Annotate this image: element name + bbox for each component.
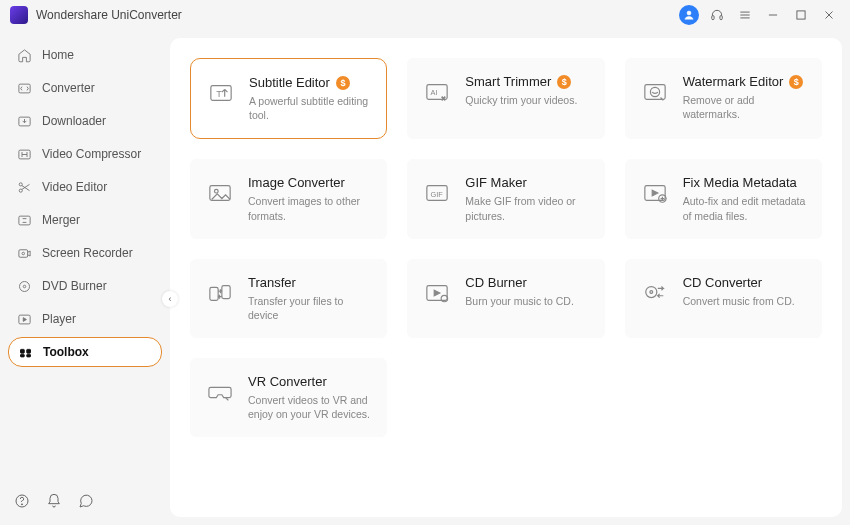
svg-point-14	[19, 189, 22, 192]
feedback-icon[interactable]	[78, 493, 94, 513]
card-title: Image Converter	[248, 175, 345, 190]
tool-card-subtitle-editor[interactable]: TSubtitle Editor$A powerful subtitle edi…	[190, 58, 387, 139]
tool-card-smart-trimmer[interactable]: AISmart Trimmer$Quicky trim your videos.	[407, 58, 604, 139]
tool-card-vr-converter[interactable]: VR ConverterConvert videos to VR and enj…	[190, 358, 387, 437]
transfer-icon	[204, 277, 236, 309]
content-area: TSubtitle Editor$A powerful subtitle edi…	[170, 38, 842, 517]
premium-badge: $	[789, 75, 803, 89]
svg-point-17	[22, 252, 25, 255]
sidebar-item-label: Converter	[42, 81, 95, 95]
card-title: CD Converter	[683, 275, 762, 290]
sidebar-item-video-editor[interactable]: Video Editor	[8, 172, 162, 202]
sidebar-item-player[interactable]: Player	[8, 304, 162, 334]
watermark-icon	[639, 76, 671, 108]
card-desc: Burn your music to CD.	[465, 294, 590, 308]
tool-card-watermark-editor[interactable]: Watermark Editor$Remove or add watermark…	[625, 58, 822, 139]
disc-icon	[16, 278, 32, 294]
play-icon	[16, 311, 32, 327]
sidebar-item-video-compressor[interactable]: Video Compressor	[8, 139, 162, 169]
sidebar-item-downloader[interactable]: Downloader	[8, 106, 162, 136]
card-title: VR Converter	[248, 374, 327, 389]
svg-text:AI: AI	[431, 88, 438, 97]
svg-rect-21	[20, 349, 24, 353]
svg-rect-15	[18, 216, 29, 225]
svg-point-18	[19, 281, 29, 291]
sidebar-item-home[interactable]: Home	[8, 40, 162, 70]
sidebar-item-dvd-burner[interactable]: DVD Burner	[8, 271, 162, 301]
svg-point-43	[645, 286, 656, 297]
tool-card-fix-media-metadata[interactable]: Fix Media MetadataAuto-fix and edit meta…	[625, 159, 822, 238]
svg-rect-2	[720, 16, 722, 20]
sidebar-item-label: Home	[42, 48, 74, 62]
svg-rect-1	[712, 16, 714, 20]
merge-icon	[16, 212, 32, 228]
svg-rect-39	[210, 287, 218, 300]
card-title: CD Burner	[465, 275, 526, 290]
account-avatar[interactable]	[678, 4, 700, 26]
premium-badge: $	[557, 75, 571, 89]
card-title: Fix Media Metadata	[683, 175, 797, 190]
sidebar-item-label: Video Editor	[42, 180, 107, 194]
vr-icon	[204, 376, 236, 408]
record-icon	[16, 245, 32, 261]
card-desc: Make GIF from video or pictures.	[465, 194, 590, 222]
svg-rect-40	[222, 285, 230, 298]
svg-rect-22	[26, 349, 30, 353]
maximize-button[interactable]	[790, 4, 812, 26]
subtitle-icon: T	[205, 77, 237, 109]
card-desc: Auto-fix and edit metadata of media file…	[683, 194, 808, 222]
menu-icon[interactable]	[734, 4, 756, 26]
close-button[interactable]	[818, 4, 840, 26]
sidebar-item-label: Toolbox	[43, 345, 89, 359]
sidebar-item-merger[interactable]: Merger	[8, 205, 162, 235]
gif-icon: GIF	[421, 177, 453, 209]
svg-point-13	[19, 182, 22, 185]
sidebar-item-screen-recorder[interactable]: Screen Recorder	[8, 238, 162, 268]
tool-card-image-converter[interactable]: Image ConverterConvert images to other f…	[190, 159, 387, 238]
collapse-sidebar-button[interactable]: ‹	[162, 291, 178, 307]
card-desc: Convert music from CD.	[683, 294, 808, 308]
image-icon	[204, 177, 236, 209]
minimize-button[interactable]	[762, 4, 784, 26]
card-desc: A powerful subtitle editing tool.	[249, 94, 372, 122]
svg-point-44	[650, 290, 653, 293]
notification-icon[interactable]	[46, 493, 62, 513]
sidebar-item-label: Player	[42, 312, 76, 326]
sidebar-item-label: Downloader	[42, 114, 106, 128]
compress-icon	[16, 146, 32, 162]
card-desc: Convert videos to VR and enjoy on your V…	[248, 393, 373, 421]
svg-point-26	[21, 504, 22, 505]
premium-badge: $	[336, 76, 350, 90]
toolbox-icon	[17, 344, 33, 360]
app-logo	[10, 6, 28, 24]
help-icon[interactable]	[14, 493, 30, 513]
svg-text:GIF: GIF	[431, 190, 444, 199]
sidebar-item-toolbox[interactable]: Toolbox	[8, 337, 162, 367]
svg-point-19	[23, 285, 26, 288]
card-title: Smart Trimmer	[465, 74, 551, 89]
svg-point-0	[687, 11, 691, 15]
sidebar-item-label: Merger	[42, 213, 80, 227]
cd-convert-icon	[639, 277, 671, 309]
tool-card-gif-maker[interactable]: GIFGIF MakerMake GIF from video or pictu…	[407, 159, 604, 238]
tool-card-transfer[interactable]: TransferTransfer your files to device	[190, 259, 387, 338]
headset-icon[interactable]	[706, 4, 728, 26]
svg-point-32	[650, 87, 659, 96]
card-desc: Remove or add watermarks.	[683, 93, 808, 121]
svg-text:T: T	[216, 89, 222, 99]
metadata-icon	[639, 177, 671, 209]
tool-card-cd-burner[interactable]: CD BurnerBurn your music to CD.	[407, 259, 604, 338]
sidebar-item-converter[interactable]: Converter	[8, 73, 162, 103]
svg-rect-24	[26, 354, 30, 357]
card-desc: Quicky trim your videos.	[465, 93, 590, 107]
app-title: Wondershare UniConverter	[36, 8, 182, 22]
card-title: Transfer	[248, 275, 296, 290]
scissors-icon	[16, 179, 32, 195]
card-title: Watermark Editor	[683, 74, 784, 89]
home-icon	[16, 47, 32, 63]
svg-rect-7	[797, 11, 805, 19]
svg-rect-23	[20, 354, 24, 357]
svg-point-34	[214, 190, 218, 194]
card-title: Subtitle Editor	[249, 75, 330, 90]
tool-card-cd-converter[interactable]: CD ConverterConvert music from CD.	[625, 259, 822, 338]
